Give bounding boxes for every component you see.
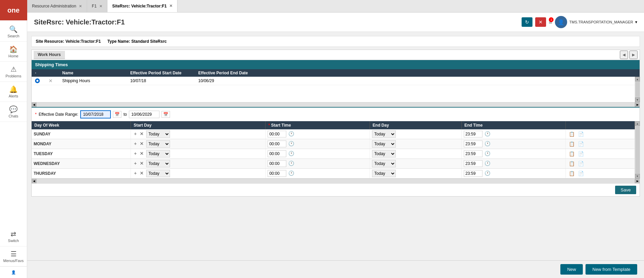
delete-row-button[interactable]: ✕ [139, 141, 145, 147]
start-time-input[interactable] [268, 150, 286, 157]
start-time-clock-button[interactable]: 🕐 [287, 141, 295, 147]
scroll-left-arrow[interactable]: ◀ [32, 103, 36, 107]
copy-button[interactable]: 📋 [568, 141, 576, 147]
copy-button[interactable]: 📋 [568, 131, 576, 137]
tab-close-resource-admin[interactable]: ✕ [79, 4, 82, 8]
day-label: THURSDAY [32, 169, 131, 179]
new-button[interactable]: New [560, 264, 583, 275]
end-day-select[interactable]: TodayTomorrowNext Week [372, 140, 396, 148]
scroll-down-arrow[interactable]: ▼ [635, 174, 640, 179]
vertical-scrollbar-schedule[interactable]: ▲ ▼ [635, 121, 640, 179]
paste-button[interactable]: 📄 [577, 131, 585, 137]
end-time-clock-button[interactable]: 🕐 [484, 150, 491, 156]
delete-row-button[interactable]: ✕ [139, 131, 145, 137]
sidebar-item-search[interactable]: 🔍 Search [0, 22, 27, 42]
schedule-row: SUNDAY + ✕ TodayTomorrowNext Week 🕐 Toda… [32, 129, 635, 139]
start-day-select[interactable]: TodayTomorrowNext Week [146, 130, 170, 138]
end-day-select[interactable]: TodayTomorrowNext Week [372, 160, 396, 167]
delete-row-button[interactable]: ✕ [139, 160, 145, 166]
sidebar-item-chats[interactable]: 💬 Chats [0, 102, 27, 122]
schedule-row: MONDAY + ✕ TodayTomorrowNext Week 🕐 Toda… [32, 139, 635, 149]
tab-close-f1[interactable]: ✕ [99, 4, 102, 8]
end-time-clock-button[interactable]: 🕐 [484, 131, 491, 137]
refresh-button[interactable]: ↻ [522, 17, 532, 27]
end-day-select[interactable]: TodayTomorrowNext Week [372, 170, 396, 177]
sidebar-item-home[interactable]: 🏠 Home [0, 42, 27, 62]
sidebar-item-alerts[interactable]: 🔔 Alerts [0, 82, 27, 102]
end-time-clock-button[interactable]: 🕐 [484, 170, 491, 176]
paste-button[interactable]: 📄 [577, 141, 585, 147]
start-time-input[interactable] [268, 160, 286, 167]
start-day-select[interactable]: TodayTomorrowNext Week [146, 150, 170, 157]
work-hours-tab[interactable]: Work Hours [34, 51, 65, 59]
delete-row-button[interactable]: ✕ [139, 150, 145, 156]
end-time-input[interactable] [464, 150, 482, 157]
start-day-select[interactable]: TodayTomorrowNext Week [146, 170, 170, 177]
scroll-left-arrow[interactable]: ◀ [32, 179, 36, 183]
end-time-input[interactable] [464, 160, 482, 167]
start-time-cell: 🕐 [266, 139, 370, 149]
tab-sitesrc[interactable]: SiteRsrc: Vehicle:Tractor:F1 ✕ [107, 0, 177, 12]
end-time-clock-button[interactable]: 🕐 [484, 141, 491, 147]
tab-close-sitesrc[interactable]: ✕ [169, 4, 172, 8]
new-from-template-button[interactable]: New from Template [586, 264, 637, 275]
required-star: * [35, 112, 37, 117]
add-row-button[interactable]: + [133, 150, 138, 156]
start-date-input[interactable] [80, 110, 111, 118]
start-day-select[interactable]: TodayTomorrowNext Week [146, 160, 170, 167]
start-time-input[interactable] [268, 141, 286, 147]
row-delete-icon[interactable]: ✕ [49, 78, 62, 84]
tab-resource-admin[interactable]: Resource Administration ✕ [27, 0, 87, 12]
scroll-up-arrow[interactable]: ▲ [635, 121, 640, 126]
scroll-right-arrow[interactable]: ▶ [635, 103, 640, 107]
start-date-calendar-button[interactable]: 📅 [113, 111, 121, 118]
start-time-clock-button[interactable]: 🕐 [287, 170, 295, 176]
end-time-input[interactable] [464, 131, 482, 137]
row-radio[interactable] [35, 78, 40, 83]
paste-button[interactable]: 📄 [577, 161, 585, 167]
end-date-input[interactable] [129, 111, 159, 118]
app-logo[interactable]: one [0, 0, 27, 20]
vertical-scrollbar-shipping[interactable]: ▲ ▼ [635, 77, 640, 102]
start-time-clock-button[interactable]: 🕐 [287, 131, 295, 137]
copy-button[interactable]: 📋 [568, 151, 576, 157]
save-button[interactable]: Save [615, 186, 636, 194]
end-time-input[interactable] [464, 170, 482, 177]
horizontal-scrollbar-schedule[interactable]: ◀ ▶ [32, 179, 640, 183]
copy-button[interactable]: 📋 [568, 170, 576, 177]
copy-button[interactable]: 📋 [568, 161, 576, 167]
add-row-button[interactable]: + [133, 160, 138, 166]
user-info[interactable]: 👤 TMS.TRANSPORTATION_MANAGER ▾ [555, 16, 637, 28]
end-day-select[interactable]: TodayTomorrowNext Week [372, 130, 396, 138]
start-day-select[interactable]: TodayTomorrowNext Week [146, 140, 170, 148]
collapse-left-button[interactable]: ◀ [620, 51, 628, 59]
sidebar-item-menus[interactable]: ☰ Menus/Favs [0, 246, 27, 266]
end-day-select[interactable]: TodayTomorrowNext Week [372, 150, 396, 157]
sidebar-user[interactable]: 👤 [0, 266, 27, 278]
start-time-clock-button[interactable]: 🕐 [287, 150, 295, 156]
end-day-cell: TodayTomorrowNext Week [370, 159, 461, 169]
end-date-calendar-button[interactable]: 📅 [162, 111, 170, 118]
notification-icon[interactable]: ≡ 1 [549, 19, 553, 26]
tab-f1[interactable]: F1 ✕ [87, 0, 107, 12]
paste-button[interactable]: 📄 [577, 170, 585, 177]
start-time-clock-button[interactable]: 🕐 [287, 160, 295, 166]
scroll-right-arrow[interactable]: ▶ [635, 179, 640, 183]
sidebar-item-problems[interactable]: ⚠ Problems [0, 62, 27, 82]
add-row-button[interactable]: + [133, 170, 138, 176]
end-time-input[interactable] [464, 141, 482, 147]
paste-button[interactable]: 📄 [577, 151, 585, 157]
delete-row-button[interactable]: ✕ [139, 170, 145, 176]
end-time-clock-button[interactable]: 🕐 [484, 160, 491, 166]
start-time-input[interactable] [268, 131, 286, 137]
add-row-button[interactable]: + [133, 131, 138, 137]
end-time-cell: 🕐 [461, 129, 566, 139]
scroll-up-arrow[interactable]: ▲ [635, 77, 640, 81]
scroll-down-arrow[interactable]: ▼ [635, 97, 640, 102]
start-time-input[interactable] [268, 170, 286, 177]
sidebar-item-switch[interactable]: ⇄ Switch [0, 226, 27, 246]
horizontal-scrollbar-shipping[interactable]: ◀ ▶ [32, 102, 640, 107]
add-row-button[interactable]: + [133, 141, 138, 147]
close-button[interactable]: ✕ [535, 17, 546, 27]
collapse-right-button[interactable]: ▶ [629, 51, 638, 59]
